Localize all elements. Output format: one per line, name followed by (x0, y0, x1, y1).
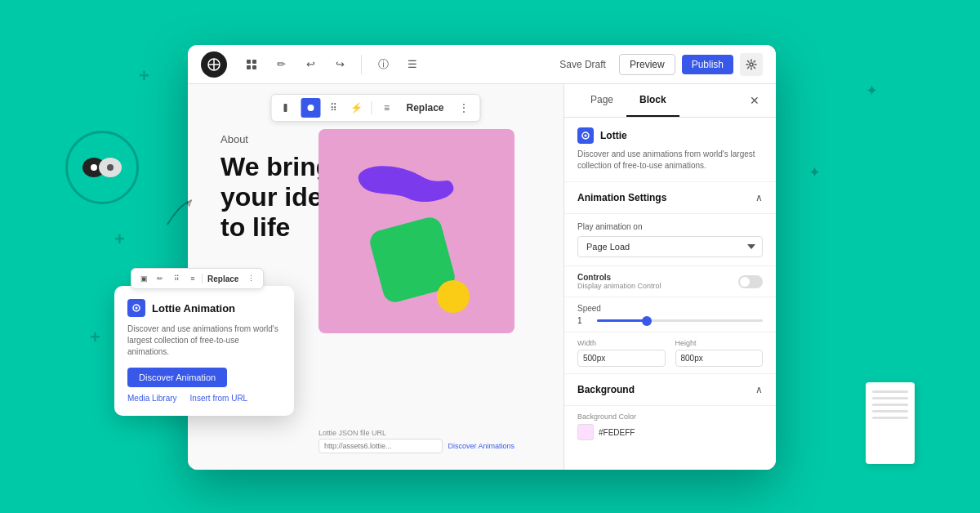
bt-separator (371, 101, 372, 114)
background-title: Background (577, 384, 635, 395)
front-card-header: Lottie Animation (127, 299, 281, 317)
deco-plus-1: + (139, 65, 149, 87)
save-draft-button[interactable]: Save Draft (553, 56, 612, 74)
controls-label: Controls (577, 273, 662, 282)
svg-rect-10 (247, 65, 251, 69)
settings-button[interactable] (740, 53, 763, 76)
right-sidebar: Page Block ✕ Lottie Discover and use ani… (564, 84, 776, 470)
height-input[interactable] (675, 350, 764, 367)
mini-tb-icon1[interactable]: ▣ (136, 271, 151, 286)
lottie-plugin-icon (577, 127, 594, 144)
mini-replace-label[interactable]: Replace (204, 274, 242, 283)
toolbar-right: Save Draft Preview Publish (553, 53, 763, 76)
lottie-plugin-title: Lottie (600, 130, 627, 141)
deco-paper (866, 382, 915, 464)
width-input[interactable] (577, 350, 666, 367)
bg-color-label: Background Color (577, 413, 763, 421)
bg-color-swatch[interactable] (577, 424, 594, 440)
front-card-lottie-icon (127, 299, 145, 317)
controls-labels: Controls Display animation Control (577, 273, 662, 290)
tools-icon[interactable]: ✏ (270, 53, 292, 76)
svg-rect-11 (252, 65, 256, 69)
mini-tb-icon2[interactable]: ✏ (153, 271, 167, 286)
animation-settings-header[interactable]: Animation Settings ∧ (564, 182, 776, 214)
publish-button[interactable]: Publish (682, 55, 733, 74)
lottie-info-section: Lottie Discover and use animations from … (564, 118, 776, 182)
url-input[interactable] (318, 439, 443, 453)
animation-svg (327, 133, 506, 329)
url-label: Lottie JSON file URL (318, 429, 514, 437)
block-icon-1[interactable] (278, 98, 297, 118)
url-section: Lottie JSON file URL Discover Animations (318, 429, 514, 453)
animation-settings-chevron: ∧ (755, 192, 763, 203)
tab-block[interactable]: Block (626, 84, 679, 117)
replace-button[interactable]: Replace (399, 102, 450, 114)
block-icon-align[interactable]: ⚡ (346, 98, 366, 118)
undo-button[interactable]: ↩ (299, 53, 322, 76)
controls-toggle[interactable] (738, 275, 763, 288)
svg-point-2 (91, 164, 97, 171)
svg-point-18 (585, 135, 587, 137)
width-group: Width (577, 339, 666, 367)
speed-thumb[interactable] (642, 316, 652, 326)
deco-plus-3: + (90, 327, 100, 348)
headline-line1: We bring (220, 152, 332, 181)
height-label: Height (675, 339, 764, 347)
discover-animations-link[interactable]: Discover Animations (448, 442, 514, 450)
play-animation-select[interactable]: Page Load (577, 236, 763, 257)
block-more-icon[interactable]: ⋮ (454, 98, 474, 118)
svg-rect-13 (283, 104, 287, 112)
speed-fill (597, 319, 647, 322)
height-group: Height (675, 339, 764, 367)
front-card-title: Lottie Animation (152, 302, 235, 314)
bg-color-value: #FEDEFF (599, 428, 635, 437)
browser-toolbar: ✏ ↩ ↪ ⓘ ☰ Save Draft Preview Publish (188, 45, 776, 84)
add-block-button[interactable] (240, 53, 263, 76)
deco-star-2: ✦ (866, 82, 878, 100)
info-icon[interactable]: ⓘ (372, 53, 394, 76)
arrow-icon (163, 196, 196, 229)
background-chevron: ∧ (755, 384, 763, 395)
mini-more-icon[interactable]: ⋮ (243, 271, 258, 286)
deco-star-1: ✦ (808, 163, 821, 181)
mini-tb-icon4[interactable]: ≡ (185, 271, 200, 286)
tab-page[interactable]: Page (577, 84, 626, 117)
front-mini-toolbar: ▣ ✏ ⠿ ≡ Replace ⋮ (131, 268, 264, 289)
list-view-icon[interactable]: ☰ (401, 53, 424, 76)
bg-color-row: #FEDEFF (577, 424, 763, 440)
animation-settings-title: Animation Settings (577, 192, 666, 203)
sidebar-tabs: Page Block ✕ (564, 84, 776, 118)
deco-circle (65, 131, 139, 204)
insert-from-url-link[interactable]: Insert from URL (190, 394, 248, 403)
width-label: Width (577, 339, 666, 347)
background-color-section: Background Color #FEDEFF (564, 406, 776, 447)
speed-label: Speed (577, 304, 763, 313)
redo-button[interactable]: ↪ (328, 53, 351, 76)
svg-point-20 (136, 307, 138, 310)
speed-row: 1 (577, 316, 763, 325)
mini-tb-icon3[interactable]: ⠿ (169, 271, 184, 286)
wp-logo (201, 51, 227, 78)
block-icon-layout[interactable]: ≡ (376, 98, 396, 118)
play-animation-label: Play animation on (577, 222, 763, 231)
svg-point-12 (750, 63, 753, 66)
block-icon-grid[interactable]: ⠿ (323, 98, 343, 118)
speed-slider[interactable] (597, 319, 763, 322)
discover-animation-button[interactable]: Discover Animation (127, 368, 227, 387)
preview-button[interactable]: Preview (619, 54, 675, 75)
svg-point-3 (107, 164, 114, 171)
block-icon-active[interactable] (301, 98, 320, 118)
svg-point-16 (437, 280, 470, 313)
svg-rect-8 (247, 60, 251, 64)
background-section-header[interactable]: Background ∧ (564, 374, 776, 406)
close-sidebar-button[interactable]: ✕ (746, 91, 763, 110)
front-card: Lottie Animation Discover and use animat… (114, 286, 294, 416)
media-library-link[interactable]: Media Library (127, 394, 177, 403)
front-card-description: Discover and use animations from world's… (127, 323, 281, 358)
controls-row: Controls Display animation Control (577, 273, 763, 290)
lottie-description: Discover and use animations from world's… (577, 149, 763, 172)
dimensions-section: Width Height (564, 332, 776, 374)
capsule-icon (82, 155, 122, 180)
headline-line3: to life (220, 212, 290, 242)
lottie-header: Lottie (577, 127, 763, 144)
